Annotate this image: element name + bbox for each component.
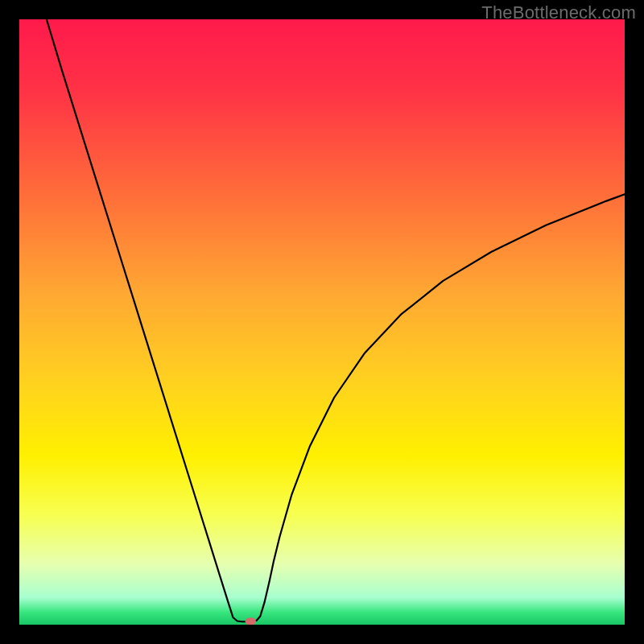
plot-area (19, 19, 625, 625)
bottleneck-chart (19, 19, 625, 625)
chart-frame: TheBottleneck.com (0, 0, 644, 644)
chart-background (19, 19, 625, 625)
